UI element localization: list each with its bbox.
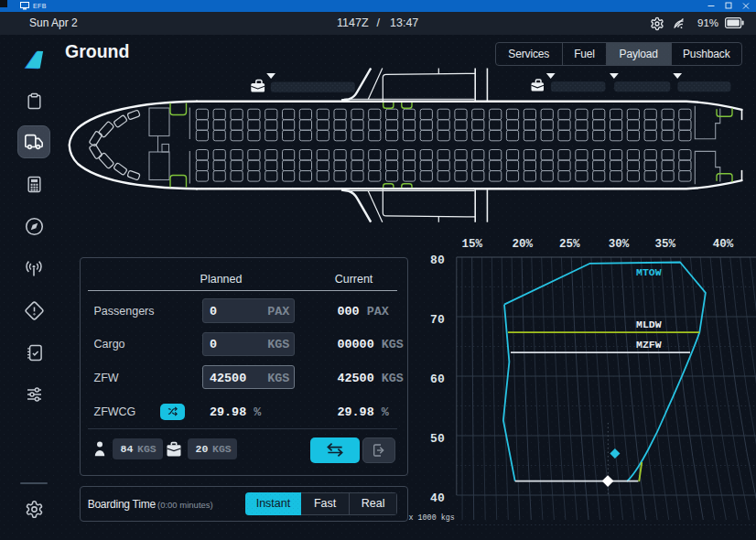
svg-text:x 1000 kgs: x 1000 kgs [409,513,455,523]
svg-text:35%: 35% [654,238,675,251]
svg-text:40: 40 [430,491,445,505]
svg-text:40%: 40% [713,238,734,251]
svg-text:50: 50 [430,432,445,446]
svg-text:MTOW: MTOW [636,266,662,278]
svg-text:15%: 15% [461,238,482,251]
svg-text:60: 60 [430,373,445,386]
svg-text:80: 80 [430,254,445,267]
svg-text:30%: 30% [609,238,630,251]
svg-text:MZFW: MZFW [636,339,662,351]
svg-text:25%: 25% [559,238,580,251]
svg-text:70: 70 [430,313,445,327]
svg-text:MLDW: MLDW [636,319,662,330]
svg-text:20%: 20% [512,238,533,251]
